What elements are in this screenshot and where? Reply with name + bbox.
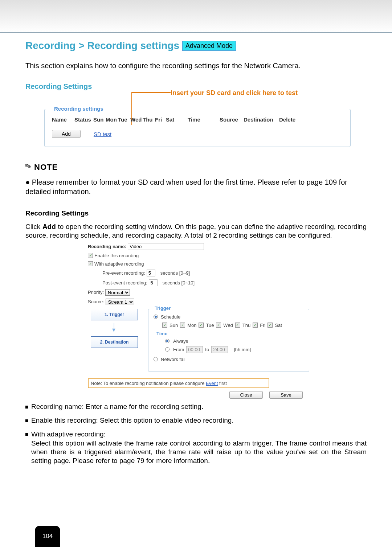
priority-select[interactable]: Normal [105, 289, 130, 296]
event-note-box: Note: To enable recording notification p… [88, 378, 269, 388]
network-fail-label: Network fail [161, 357, 185, 362]
col-time: Time [188, 116, 220, 123]
pre-event-label: Pre-event recording: [102, 270, 145, 276]
bullet-enable: Enable this recording: Select this optio… [31, 416, 367, 425]
always-radio[interactable] [165, 339, 170, 343]
source-select[interactable]: Stream 1 [106, 299, 134, 305]
day-mon-label: Mon [187, 323, 196, 328]
step-destination[interactable]: 2. Destination [91, 336, 138, 348]
day-fri-checkbox[interactable]: ✓ [253, 323, 258, 328]
page-number: 104 [35, 526, 60, 547]
to-label: to [205, 347, 209, 352]
step-trigger[interactable]: 1. Trigger [91, 309, 138, 320]
recording-name-input[interactable] [128, 243, 204, 250]
note-heading: NOTE [34, 163, 58, 172]
col-sat: Sat [166, 116, 188, 123]
day-wed-label: Wed [223, 323, 233, 328]
always-label: Always [173, 338, 188, 344]
day-sat-label: Sat [275, 323, 282, 328]
event-link[interactable]: Event [206, 381, 218, 386]
breadcrumb: Recording > Recording settings [25, 40, 179, 52]
time-label: Time [156, 331, 304, 336]
day-wed-checkbox[interactable]: ✓ [216, 323, 221, 328]
col-source: Source [220, 116, 244, 123]
recording-form-screenshot: Recording name: ✓ Enable this recording … [88, 243, 309, 399]
recording-name-label: Recording name: [88, 244, 126, 249]
recording-settings-heading: Recording Settings [25, 209, 367, 217]
bullet-dot: ● [25, 178, 32, 186]
close-button[interactable]: Close [229, 391, 263, 399]
enable-recording-label: Enable this recording [94, 253, 139, 258]
col-wed: Wed [130, 116, 143, 123]
trigger-legend: Trigger [153, 305, 172, 311]
schedule-radio[interactable] [154, 315, 158, 319]
mode-badge: Advanced Mode [182, 41, 236, 51]
recording-table-header: Name Status Sun Mon Tue Wed Thu Fri Sat … [52, 116, 343, 123]
recording-settings-fieldset: Recording settings Name Status Sun Mon T… [44, 109, 351, 147]
add-description: Click Add to open the recording setting … [25, 222, 367, 240]
pre-event-hint: seconds [0~9] [160, 270, 190, 276]
trigger-fieldset: Trigger Schedule ✓Sun ✓Mon ✓Tue ✓Wed ✓Th… [148, 309, 309, 372]
add-button[interactable]: Add [52, 130, 81, 138]
from-time-input[interactable] [186, 346, 203, 353]
col-sun: Sun [93, 116, 106, 123]
post-event-label: Post-event recording: [102, 280, 147, 286]
col-mon: Mon [106, 116, 118, 123]
sd-callout-text: Insert your SD card and click here to te… [171, 89, 298, 97]
para-prefix: Click [25, 223, 42, 230]
bullet-icon [25, 433, 28, 436]
to-time-input[interactable] [211, 346, 228, 353]
col-destination: Destination [244, 116, 279, 123]
para-bold-add: Add [42, 223, 56, 230]
arrow-down-icon: │▾ [112, 325, 116, 331]
bullet-recording-name: Recording name: Enter a name for the rec… [31, 402, 367, 411]
post-event-hint: seconds [0~10] [163, 280, 195, 286]
sd-test-link[interactable]: SD test [94, 131, 111, 137]
day-sun-label: Sun [170, 323, 178, 328]
bullet-icon [25, 406, 28, 409]
day-tue-checkbox[interactable]: ✓ [199, 323, 204, 328]
para-rest: to open the recording setting window. On… [25, 223, 367, 239]
adaptive-recording-label: With adaptive recording [94, 261, 144, 267]
note-text: Please remember to format your SD card w… [25, 178, 347, 196]
pre-event-input[interactable] [147, 270, 155, 276]
adaptive-recording-checkbox[interactable]: ✓ [88, 261, 93, 266]
enable-recording-checkbox[interactable]: ✓ [88, 253, 93, 258]
col-delete: Delete [279, 116, 301, 123]
col-thu: Thu [143, 116, 155, 123]
col-status: Status [74, 116, 93, 123]
pencil-icon: ✎ [24, 161, 33, 172]
bullet-adaptive: With adaptive recording: Select this opt… [31, 430, 367, 465]
day-sun-checkbox[interactable]: ✓ [162, 323, 167, 328]
day-thu-checkbox[interactable]: ✓ [235, 323, 240, 328]
note-body: ● Please remember to format your SD card… [25, 177, 367, 196]
priority-label: Priority: [88, 290, 104, 295]
post-event-input[interactable] [149, 279, 158, 286]
day-mon-checkbox[interactable]: ✓ [180, 323, 185, 328]
hhmm-hint: [hh:mm] [234, 347, 251, 352]
network-fail-radio[interactable] [154, 357, 158, 361]
day-thu-label: Thu [242, 323, 250, 328]
fieldset-legend: Recording settings [52, 106, 106, 112]
col-name: Name [52, 116, 74, 123]
save-button[interactable]: Save [269, 391, 303, 399]
event-note-prefix: Note: To enable recording notification p… [91, 381, 206, 386]
col-tue: Tue [118, 116, 130, 123]
bullet-adaptive-body: Select this option will activate the fra… [31, 439, 367, 465]
from-label: From [173, 347, 184, 352]
source-label: Source: [88, 299, 104, 304]
event-note-suffix: first [218, 381, 227, 386]
col-fri: Fri [155, 116, 166, 123]
day-sat-checkbox[interactable]: ✓ [268, 323, 273, 328]
bullet-adaptive-head: With adaptive recording: [31, 430, 106, 438]
day-tue-label: Tue [206, 323, 214, 328]
day-fri-label: Fri [260, 323, 265, 328]
from-radio[interactable] [165, 347, 170, 352]
intro-text: This section explains how to configure t… [25, 62, 367, 70]
bullet-icon [25, 419, 28, 422]
schedule-label: Schedule [161, 314, 180, 320]
